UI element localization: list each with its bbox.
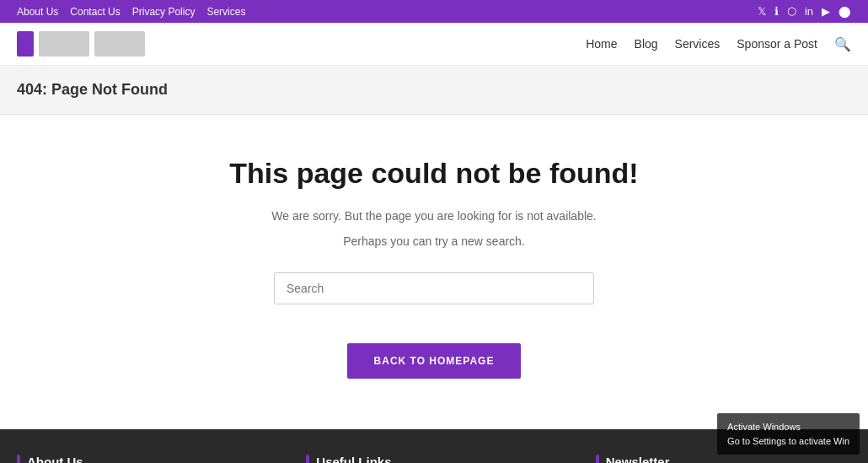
logo [17,31,145,57]
main-nav: Home Blog Services Sponsor a Post 🔍 [586,36,851,52]
top-bar-links: About Us Contact Us Privacy Policy Servi… [17,6,245,18]
footer-about: About Us [17,455,272,463]
footer-newsletter: Newsletter Join over 1k subscribers to r… [596,455,851,463]
back-to-homepage-button[interactable]: BACK TO HOMEPAGE [347,343,522,379]
footer-links-col: Useful Links Contact Services Blog Spons… [306,455,561,463]
top-bar-social: 𝕏 ℹ ⬡ in ▶ ⬤ [758,5,851,18]
activate-windows-notice: Activate Windows Go to Settings to activ… [717,413,860,455]
logo-accent [17,31,34,57]
footer-newsletter-heading: Newsletter [596,455,851,463]
instagram-icon[interactable]: ⬡ [787,5,796,18]
facebook-icon[interactable]: ℹ [774,5,779,18]
nav-home[interactable]: Home [586,37,617,51]
error-line2: Perhaps you can try a new search. [17,232,851,252]
activate-windows-line2: Go to Settings to activate Win [727,434,849,449]
topbar-link-about[interactable]: About Us [17,6,58,18]
topbar-link-contact[interactable]: Contact Us [70,6,120,18]
youtube-icon[interactable]: ▶ [822,5,830,18]
topbar-link-privacy[interactable]: Privacy Policy [132,6,196,18]
other-icon[interactable]: ⬤ [839,5,851,18]
header: Home Blog Services Sponsor a Post 🔍 [0,23,868,66]
nav-sponsor[interactable]: Sponsor a Post [737,37,817,51]
linkedin-icon[interactable]: in [805,5,813,18]
nav-services[interactable]: Services [675,37,721,51]
logo-image-1 [39,31,89,57]
twitter-icon[interactable]: 𝕏 [758,5,766,18]
logo-image-2 [94,31,145,57]
search-input[interactable] [274,272,594,304]
error-heading: This page could not be found! [17,157,851,190]
footer-about-heading: About Us [17,455,272,463]
search-icon-button[interactable]: 🔍 [834,36,851,52]
top-bar: About Us Contact Us Privacy Policy Servi… [0,0,868,23]
page-title: 404: Page Not Found [17,81,851,99]
nav-blog[interactable]: Blog [635,37,658,51]
breadcrumb-bar: 404: Page Not Found [0,66,868,115]
search-wrap [274,272,594,304]
error-line1: We are sorry. But the page you are looki… [17,207,851,227]
footer-links-heading: Useful Links [306,455,561,463]
activate-windows-line1: Activate Windows [727,420,849,434]
error-content: This page could not be found! We are sor… [0,115,868,429]
topbar-link-services[interactable]: Services [206,6,245,18]
